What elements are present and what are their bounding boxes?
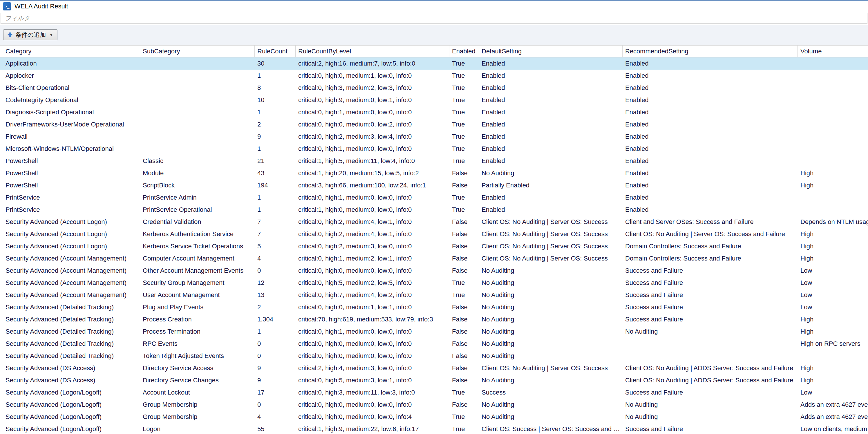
table-row[interactable]: Security Advanced (DS Access)Directory S…	[0, 362, 868, 374]
table-row[interactable]: Diagnosis-Scripted Operational1critical:…	[0, 106, 868, 118]
cell-rulecount: 7	[255, 216, 296, 228]
cell-enabled: True	[450, 277, 479, 289]
cell-subcategory: PrintService Operational	[140, 204, 255, 216]
cell-recommendedsetting	[623, 350, 798, 362]
cell-subcategory: Module	[140, 167, 255, 179]
column-header-rulecountbylevel[interactable]: RuleCountByLevel	[296, 45, 450, 57]
cell-volume: Low on clients, medium	[798, 423, 868, 434]
cell-recommendedsetting: Success and Failure	[623, 313, 798, 326]
table-row[interactable]: Microsoft-Windows-NTLM/Operational1criti…	[0, 143, 868, 155]
cell-volume: High	[798, 228, 868, 240]
column-header-volume[interactable]: Volume	[798, 45, 868, 57]
table-row[interactable]: Security Advanced (Account Management)Co…	[0, 252, 868, 265]
column-header-subcategory[interactable]: SubCategory	[140, 45, 255, 57]
cell-category: Security Advanced (Detailed Tracking)	[0, 301, 140, 313]
cell-enabled: False	[450, 338, 479, 350]
cell-subcategory	[140, 70, 255, 82]
cell-volume: Low	[798, 301, 868, 313]
cell-rulecount: 1,304	[255, 313, 296, 326]
table-row[interactable]: PowerShellScriptBlock194critical:3, high…	[0, 179, 868, 191]
cell-defaultsetting: Client OS: No Auditing | Server OS: Succ…	[479, 216, 623, 228]
table-row[interactable]: Security Advanced (Detailed Tracking)Pro…	[0, 313, 868, 326]
cell-volume	[798, 106, 868, 118]
table-row[interactable]: PowerShellModule43critical:1, high:20, m…	[0, 167, 868, 179]
column-header-recommendedsetting[interactable]: RecommendedSetting	[623, 45, 798, 57]
cell-enabled: True	[450, 423, 479, 434]
column-header-enabled[interactable]: Enabled	[450, 45, 479, 57]
cell-rulecount: 194	[255, 179, 296, 191]
cell-rulecountbylevel: critical:0, high:3, medium:11, low:3, in…	[296, 386, 450, 399]
cell-volume	[798, 143, 868, 155]
cell-enabled: True	[450, 386, 479, 399]
cell-rulecountbylevel: critical:0, high:0, medium:0, low:2, inf…	[296, 118, 450, 130]
cell-rulecountbylevel: critical:0, high:0, medium:0, low:0, inf…	[296, 399, 450, 411]
cell-rulecountbylevel: critical:0, high:2, medium:3, low:0, inf…	[296, 240, 450, 252]
table-row[interactable]: Security Advanced (Account Logon)Kerbero…	[0, 240, 868, 252]
table-row[interactable]: Applocker1critical:0, high:0, medium:1, …	[0, 70, 868, 82]
add-criteria-button[interactable]: ✚ 条件の追加 ▼	[3, 29, 57, 40]
cell-rulecount: 1	[255, 106, 296, 118]
column-header-defaultsetting[interactable]: DefaultSetting	[479, 45, 623, 57]
table-row[interactable]: Security Advanced (Account Logon)Credent…	[0, 216, 868, 228]
table-row[interactable]: Security Advanced (Detailed Tracking)Tok…	[0, 350, 868, 362]
table-row[interactable]: CodeIntegrity Operational10critical:0, h…	[0, 94, 868, 106]
table-row[interactable]: Security Advanced (Account Management)Se…	[0, 277, 868, 289]
cell-rulecount: 1	[255, 70, 296, 82]
cell-rulecount: 12	[255, 277, 296, 289]
table-row[interactable]: Security Advanced (DS Access)Directory S…	[0, 374, 868, 386]
table-row[interactable]: Security Advanced (Logon/Logoff)Account …	[0, 386, 868, 399]
cell-volume	[798, 350, 868, 362]
table-row[interactable]: PrintServicePrintService Operational1cri…	[0, 204, 868, 216]
cell-volume: High	[798, 313, 868, 326]
cell-enabled: True	[450, 130, 479, 143]
cell-recommendedsetting: Enabled	[623, 179, 798, 191]
cell-volume: High	[798, 240, 868, 252]
cell-subcategory: Directory Service Access	[140, 362, 255, 374]
table-row[interactable]: Application30critical:2, high:16, medium…	[0, 57, 868, 70]
cell-rulecount: 2	[255, 118, 296, 130]
table-row[interactable]: PowerShellClassic21critical:1, high:5, m…	[0, 155, 868, 167]
cell-subcategory: Plug and Play Events	[140, 301, 255, 313]
column-header-category[interactable]: Category	[0, 45, 140, 57]
column-header-rulecount[interactable]: RuleCount	[255, 45, 296, 57]
table-row[interactable]: Security Advanced (Account Management)Us…	[0, 289, 868, 301]
cell-volume: Adds an extra 4627 event	[798, 411, 868, 423]
cell-category: Security Advanced (Detailed Tracking)	[0, 338, 140, 350]
cell-subcategory	[140, 57, 255, 70]
cell-enabled: True	[450, 118, 479, 130]
cell-rulecount: 4	[255, 411, 296, 423]
cell-enabled: False	[450, 265, 479, 277]
cell-category: PrintService	[0, 191, 140, 204]
table-row[interactable]: Security Advanced (Logon/Logoff)Logon55c…	[0, 423, 868, 434]
cell-rulecountbylevel: critical:0, high:7, medium:4, low:2, inf…	[296, 289, 450, 301]
cell-rulecountbylevel: critical:0, high:1, medium:0, low:0, inf…	[296, 143, 450, 155]
cell-volume: Low	[798, 265, 868, 277]
table-row[interactable]: PrintServicePrintService Admin1critical:…	[0, 191, 868, 204]
cell-volume	[798, 82, 868, 94]
table-row[interactable]: Security Advanced (Account Management)Ot…	[0, 265, 868, 277]
table-row[interactable]: Security Advanced (Logon/Logoff)Group Me…	[0, 399, 868, 411]
cell-subcategory: Other Account Management Events	[140, 265, 255, 277]
table-row[interactable]: Security Advanced (Account Logon)Kerbero…	[0, 228, 868, 240]
cell-defaultsetting: Client OS: No Auditing | Server OS: Succ…	[479, 362, 623, 374]
filter-input[interactable]	[1, 13, 867, 24]
table-row[interactable]: Security Advanced (Logon/Logoff)Group Me…	[0, 411, 868, 423]
table-row[interactable]: Security Advanced (Detailed Tracking)Pro…	[0, 326, 868, 338]
cell-defaultsetting: No Auditing	[479, 411, 623, 423]
table-row[interactable]: Bits-Client Operational8critical:0, high…	[0, 82, 868, 94]
cell-defaultsetting: Client OS: No Auditing | Server OS: Succ…	[479, 228, 623, 240]
table-row[interactable]: DriverFrameworks-UserMode Operational2cr…	[0, 118, 868, 130]
cell-recommendedsetting: Enabled	[623, 143, 798, 155]
cell-enabled: True	[450, 82, 479, 94]
table-row[interactable]: Firewall9critical:0, high:2, medium:3, l…	[0, 130, 868, 143]
cell-defaultsetting: Client OS: Success | Server OS: Success …	[479, 423, 623, 434]
cell-enabled: False	[450, 313, 479, 326]
cell-recommendedsetting: Client OS: No Auditing | Server OS: Succ…	[623, 228, 798, 240]
table-row[interactable]: Security Advanced (Detailed Tracking)RPC…	[0, 338, 868, 350]
cell-volume	[798, 130, 868, 143]
table-row[interactable]: Security Advanced (Detailed Tracking)Plu…	[0, 301, 868, 313]
cell-recommendedsetting	[623, 338, 798, 350]
cell-subcategory: Computer Account Management	[140, 252, 255, 265]
cell-rulecount: 4	[255, 252, 296, 265]
cell-category: CodeIntegrity Operational	[0, 94, 140, 106]
